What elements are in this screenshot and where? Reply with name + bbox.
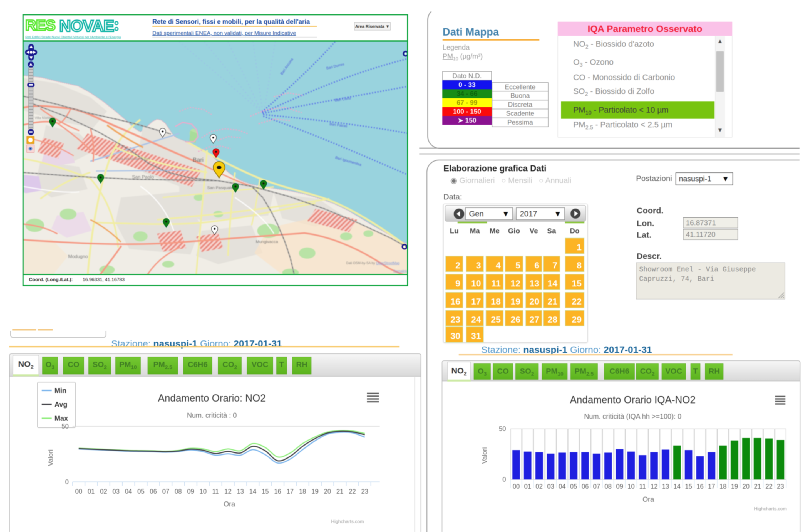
svg-text:0: 0: [502, 476, 506, 483]
svg-text:16: 16: [696, 483, 704, 490]
svg-text:22: 22: [349, 488, 356, 495]
svg-text:00: 00: [513, 483, 520, 490]
svg-text:Avg: Avg: [54, 400, 67, 408]
svg-text:Dati OSM-by-SA by OpenStreetMa: Dati OSM-by-SA by OpenStreetMap: [346, 261, 399, 265]
svg-text:11: 11: [639, 483, 646, 490]
svg-text:Ora: Ora: [224, 500, 235, 508]
svg-text:Num. criticità : 0: Num. criticità : 0: [187, 411, 237, 419]
svg-text:05: 05: [570, 483, 578, 490]
svg-text:Valori: Valori: [47, 449, 54, 466]
svg-text:02: 02: [100, 488, 107, 495]
svg-text:0: 0: [65, 478, 69, 485]
svg-text:04: 04: [125, 488, 132, 495]
svg-text:Highcharts.com: Highcharts.com: [754, 506, 787, 511]
svg-text:23: 23: [777, 483, 784, 490]
svg-text:17: 17: [287, 488, 294, 495]
svg-text:16: 16: [274, 488, 281, 495]
svg-text:50: 50: [499, 425, 506, 432]
svg-text:03: 03: [112, 488, 120, 495]
svg-text:07: 07: [593, 483, 600, 490]
svg-text:RES: RES: [25, 17, 55, 33]
svg-text:08: 08: [605, 483, 612, 490]
svg-text:14: 14: [249, 488, 257, 495]
svg-text:Valori: Valori: [481, 447, 488, 464]
svg-text:08: 08: [175, 488, 182, 495]
svg-text:21: 21: [337, 488, 344, 495]
svg-text:22: 22: [765, 483, 773, 490]
svg-text:19: 19: [731, 483, 738, 490]
svg-text:13: 13: [237, 488, 244, 495]
svg-text:Min: Min: [54, 387, 66, 394]
svg-text:Zona Industriale di Bari: Zona Industriale di Bari: [115, 157, 150, 161]
svg-text:12: 12: [224, 488, 231, 495]
svg-text:15: 15: [262, 488, 269, 495]
svg-text:15: 15: [685, 483, 692, 490]
svg-text:Modugno: Modugno: [68, 254, 88, 259]
svg-text:Permalink: Permalink: [393, 269, 407, 273]
svg-text:Highcharts.com: Highcharts.com: [331, 519, 364, 524]
svg-text:00: 00: [75, 488, 82, 495]
svg-text:21: 21: [754, 483, 761, 490]
svg-text:02: 02: [536, 483, 543, 490]
svg-text:San Pasquale: San Pasquale: [207, 185, 233, 190]
svg-text:Mungivacca: Mungivacca: [256, 239, 278, 244]
svg-text:19: 19: [311, 488, 319, 495]
svg-text:14: 14: [674, 483, 681, 490]
svg-text:01: 01: [88, 488, 95, 495]
svg-text:03: 03: [547, 483, 554, 490]
svg-text:10: 10: [627, 483, 635, 490]
svg-text:10: 10: [200, 488, 207, 495]
svg-text:Andamento Orario IQA-NO2: Andamento Orario IQA-NO2: [570, 394, 695, 406]
svg-text:23: 23: [361, 488, 368, 495]
svg-text:Andamento Orario: NO2: Andamento Orario: NO2: [158, 392, 266, 404]
svg-text:09: 09: [187, 488, 194, 495]
svg-text:Num. criticità (IQA hh >=100):: Num. criticità (IQA hh >=100): 0: [584, 412, 682, 420]
svg-text:18: 18: [720, 483, 727, 490]
svg-text:San Paolo: San Paolo: [132, 174, 154, 179]
svg-text:NOVAE: NOVAE: [59, 17, 114, 35]
svg-text:Reti Edifici Strade Nuovi Obie: Reti Edifici Strade Nuovi Obiettivi Virt…: [25, 35, 121, 39]
svg-text:12: 12: [651, 483, 658, 490]
svg-text:04: 04: [558, 483, 566, 490]
svg-text:01: 01: [524, 483, 531, 490]
svg-text:Bari: Bari: [193, 156, 204, 163]
svg-text:09: 09: [616, 483, 623, 490]
svg-text:17: 17: [708, 483, 715, 490]
svg-text:Max: Max: [54, 414, 68, 422]
svg-text:50: 50: [62, 423, 69, 430]
svg-text:20: 20: [743, 483, 750, 490]
svg-text:06: 06: [582, 483, 589, 490]
svg-text:11: 11: [212, 488, 219, 495]
svg-text:06: 06: [150, 488, 157, 495]
svg-text:18: 18: [299, 488, 306, 495]
svg-text:20: 20: [324, 488, 331, 495]
svg-text:Ora: Ora: [642, 495, 654, 503]
svg-text:13: 13: [662, 483, 669, 490]
svg-text:07: 07: [162, 488, 169, 495]
svg-text:05: 05: [137, 488, 144, 495]
